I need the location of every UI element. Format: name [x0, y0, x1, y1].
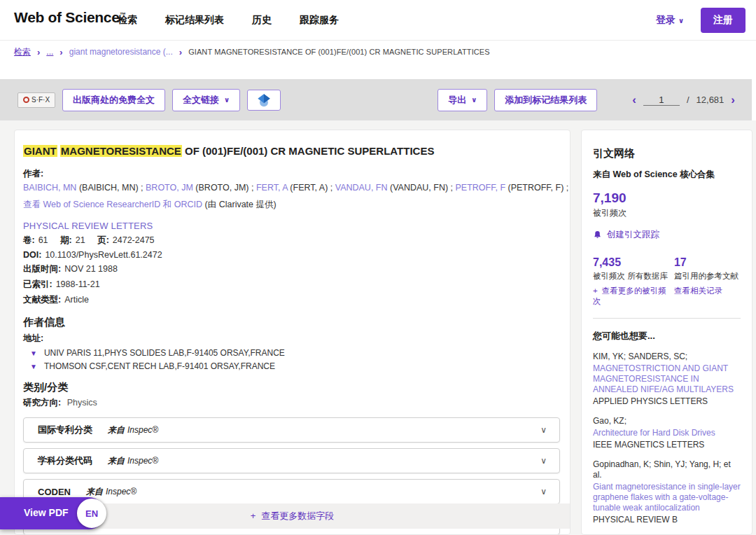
- record-pagination: ‹ / 12,681 ›: [632, 94, 735, 106]
- volume-issue-pages-row: 卷:61 期:21 页:2472-2475: [23, 235, 560, 246]
- add-to-marked-list-button[interactable]: 添加到标记结果列表: [494, 89, 597, 111]
- chevron-down-icon: ∨: [678, 17, 684, 25]
- citation-network-subheading: 来自 Web of Science 核心合集: [593, 169, 741, 181]
- view-more-cited-link[interactable]: +查看更多的被引频次: [593, 286, 674, 307]
- volume-label: 卷:: [23, 235, 35, 245]
- wos-logo[interactable]: Web of Science™: [14, 9, 125, 26]
- author-alias: (FERT, A): [288, 183, 328, 193]
- highlighted-term: MAGNETORESISTANCE: [60, 145, 182, 157]
- next-record-icon[interactable]: ›: [731, 94, 735, 106]
- panel-label: CODEN: [38, 487, 71, 497]
- citation-network-heading: 引文网络: [593, 147, 741, 160]
- times-cited-count[interactable]: 7,190: [593, 190, 741, 206]
- researcher-id-suffix: (由 Clarivate 提供): [202, 200, 276, 209]
- create-citation-alert-link[interactable]: 创建引文跟踪: [593, 229, 741, 241]
- author-link[interactable]: BAIBICH, MN: [23, 183, 76, 193]
- issue-label: 期:: [60, 235, 72, 245]
- breadcrumb-query[interactable]: giant magnetoresistance (...: [69, 47, 173, 57]
- nav-item[interactable]: 标记结果列表: [165, 14, 224, 27]
- chevron-down-icon[interactable]: ∨: [540, 456, 547, 466]
- recommended-title-link[interactable]: Architecture for Hard Disk Drives: [593, 428, 741, 438]
- doi-label: DOI:: [23, 250, 41, 260]
- page-separator: /: [687, 95, 690, 105]
- author-alias: (BROTO, JM): [193, 183, 249, 193]
- breadcrumb-ellipsis[interactable]: ...: [46, 47, 53, 57]
- pages-label: 页:: [97, 235, 109, 245]
- recommended-title-link[interactable]: MAGNETOSTRICTION AND GIANT MAGNETORESIST…: [593, 363, 741, 395]
- chevron-down-icon[interactable]: ∨: [540, 487, 547, 496]
- doi-row: DOI:10.1103/PhysRevLett.61.2472: [23, 250, 560, 260]
- view-more-fields-link[interactable]: +查看更多数据字段: [251, 510, 335, 522]
- recommended-list: KIM, YK; SANDERS, SC; MAGNETOSTRICTION A…: [593, 352, 741, 535]
- export-button[interactable]: 导出∨: [438, 89, 487, 111]
- register-button[interactable]: 注册: [701, 8, 746, 33]
- app-header: Web of Science™ 检索标记结果列表历史跟踪服务 登录∨ 注册: [0, 0, 756, 40]
- expand-triangle-icon[interactable]: ▼: [30, 363, 37, 370]
- record-card: GIANT MAGNETORESISTANCE OF (001)FE/(001)…: [14, 130, 570, 535]
- panel-source: 来自Inspec®: [108, 455, 158, 467]
- panel-source: 来自Inspec®: [86, 486, 136, 498]
- toolbar-right-group: 导出∨ 添加到标记结果列表 ‹ / 12,681 ›: [438, 89, 735, 111]
- author-alias: (BAIBICH, MN): [76, 183, 138, 193]
- prev-record-icon[interactable]: ‹: [632, 94, 636, 106]
- recommended-authors: Gopinadhan, K; Shin, YJ; Yang, H; et al.: [593, 459, 741, 480]
- full-text-links-button[interactable]: 全文链接∨: [172, 89, 240, 111]
- record-toolbar: S·F·X 出版商处的免费全文 全文链接∨ 导出∨ 添加到标记结果列表 ‹ / …: [0, 79, 752, 120]
- view-related-records-link[interactable]: 查看相关记录: [674, 286, 741, 296]
- sign-in-menu[interactable]: 登录∨: [656, 14, 684, 27]
- authors-line: 作者: BAIBICH, MN (BAIBICH, MN)BROTO, JM (…: [23, 167, 560, 195]
- author-alias: (VANDAU, FN): [388, 183, 449, 193]
- chevron-down-icon[interactable]: ∨: [540, 425, 547, 435]
- journal-link[interactable]: PHYSICAL REVIEW LETTERS: [23, 221, 560, 231]
- addresses-label: 地址:: [23, 333, 560, 345]
- doctype-row: 文献类型:Article: [23, 294, 560, 306]
- breadcrumb-separator-icon: ›: [59, 47, 62, 57]
- recommended-authors: Gao, KZ;: [593, 416, 741, 426]
- cited-refs-label: 篇引用的参考文献: [674, 271, 741, 282]
- address-row: ▼ THOMSON CSF,CENT RECH LAB,F-91401 ORSA…: [23, 361, 560, 371]
- all-db-label: 被引频次 所有数据库: [593, 271, 674, 282]
- research-areas-label: 研究方向:: [23, 398, 61, 408]
- accordion-panel[interactable]: 学科分类代码 来自Inspec® ∨: [23, 448, 560, 473]
- top-nav: 检索标记结果列表历史跟踪服务: [118, 0, 339, 40]
- accordion-panel[interactable]: 国际专利分类 来自Inspec® ∨: [23, 417, 560, 443]
- doctype-label: 文献类型:: [23, 295, 61, 305]
- endnote-click-button[interactable]: [247, 90, 281, 111]
- view-pdf-label: View PDF: [24, 507, 69, 518]
- chevron-down-icon: ∨: [471, 96, 477, 104]
- volume-value: 61: [38, 235, 48, 245]
- breadcrumb-search[interactable]: 检索: [14, 46, 31, 58]
- citation-network-card: 引文网络 来自 Web of Science 核心合集 7,190 被引频次 创…: [581, 130, 752, 535]
- divider: [593, 318, 741, 319]
- free-full-text-button[interactable]: 出版商处的免费全文: [62, 89, 165, 111]
- author-link[interactable]: PETROFF, F: [456, 183, 506, 193]
- sfx-link[interactable]: S·F·X: [18, 92, 55, 108]
- author-link[interactable]: VANDAU, FN: [335, 183, 388, 193]
- recommended-title-link[interactable]: Giant magnetoresistance in single-layer …: [593, 482, 741, 513]
- page-total: 12,681: [696, 95, 724, 105]
- auth-area: 登录∨ 注册: [656, 0, 746, 40]
- expand-triangle-icon[interactable]: ▼: [30, 349, 37, 357]
- nav-item[interactable]: 检索: [118, 14, 137, 27]
- nav-item[interactable]: 跟踪服务: [300, 14, 339, 27]
- recommended-heading: 您可能也想要...: [593, 330, 741, 342]
- view-pdf-button[interactable]: View PDF EN: [0, 497, 112, 529]
- all-databases-stat: 7,435 被引频次 所有数据库 +查看更多的被引频次: [593, 256, 674, 307]
- author-entry: PETROFF, F (PETROFF, F): [456, 183, 571, 193]
- researcher-id-link[interactable]: 查看 Web of Science ResearcherID 和 ORCID: [23, 200, 202, 209]
- recommended-journal: IEEE MAGNETICS LETTERS: [593, 440, 741, 450]
- page-title: GIANT MAGNETORESISTANCE OF (001)FE/(001)…: [23, 144, 560, 158]
- nav-item[interactable]: 历史: [252, 14, 272, 27]
- page-number-input[interactable]: [643, 95, 680, 106]
- panel-label: 国际专利分类: [38, 424, 92, 436]
- all-db-count[interactable]: 7,435: [593, 256, 674, 269]
- author-link[interactable]: BROTO, JM: [146, 183, 193, 193]
- endnote-click-icon: [256, 92, 272, 108]
- author-link[interactable]: FERT, A: [256, 183, 288, 193]
- indexed-row: 已索引:1988-11-21: [23, 279, 560, 291]
- categories-heading: 类别/分类: [23, 381, 560, 394]
- cited-refs-count[interactable]: 17: [674, 256, 741, 269]
- chevron-down-icon: ∨: [224, 96, 230, 104]
- times-cited-label: 被引频次: [593, 207, 741, 219]
- language-badge[interactable]: EN: [77, 499, 106, 528]
